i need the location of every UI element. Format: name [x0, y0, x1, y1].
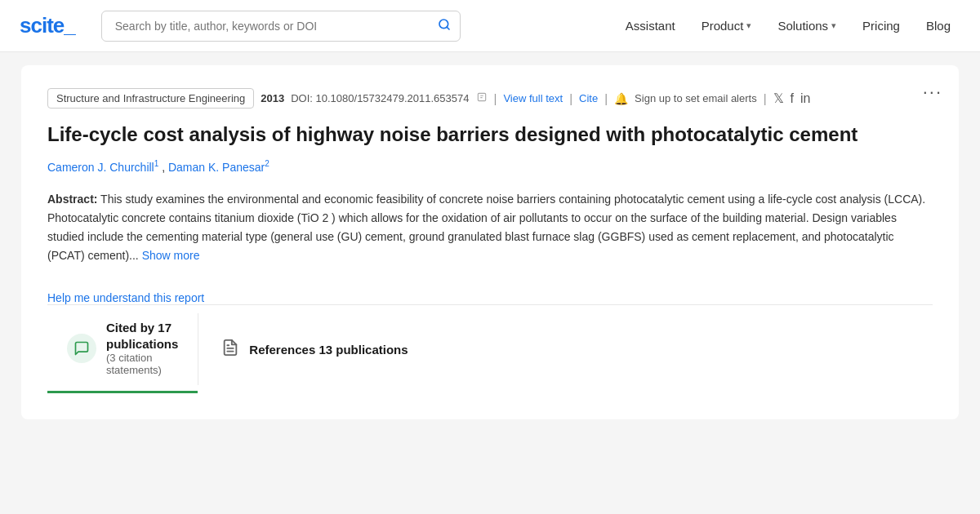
- abstract: Abstract: This study examines the enviro…: [47, 190, 933, 265]
- view-full-text-link[interactable]: View full text: [503, 92, 563, 104]
- help-link[interactable]: Help me understand this report: [47, 291, 204, 304]
- references-tab[interactable]: References 13 publications: [198, 305, 430, 393]
- show-more-link[interactable]: Show more: [142, 249, 200, 262]
- paper-card: ··· Structure and Infrastructure Enginee…: [21, 65, 959, 419]
- signup-label: Sign up to set email alerts: [635, 92, 757, 104]
- more-options-button[interactable]: ···: [923, 82, 942, 103]
- main-content: ··· Structure and Infrastructure Enginee…: [8, 52, 972, 419]
- search-input[interactable]: [101, 11, 461, 42]
- nav-solutions[interactable]: Solutions ▾: [768, 12, 846, 39]
- header: scite_ Assistant Product ▾ Solutions ▾ P…: [0, 0, 980, 52]
- journal-badge: Structure and Infrastructure Engineering: [47, 88, 254, 109]
- nav-blog[interactable]: Blog: [916, 12, 960, 39]
- cited-by-icon: [67, 334, 96, 363]
- search-bar: [101, 11, 461, 42]
- product-chevron-icon: ▾: [746, 20, 751, 31]
- paper-year: 2013: [261, 92, 284, 104]
- nav-product[interactable]: Product ▾: [692, 12, 762, 39]
- separator-1: [476, 91, 488, 105]
- twitter-icon[interactable]: 𝕏: [773, 91, 784, 106]
- nav-assistant[interactable]: Assistant: [616, 12, 685, 39]
- separator-pipe-3: |: [604, 91, 608, 105]
- social-icons: 𝕏 f in: [773, 91, 811, 106]
- separator-pipe-1: |: [494, 91, 497, 105]
- cited-by-text: Cited by 17 publications (3 citation sta…: [106, 320, 178, 376]
- cited-by-tab[interactable]: Cited by 17 publications (3 citation sta…: [47, 305, 198, 393]
- linkedin-icon[interactable]: in: [800, 91, 810, 106]
- cite-link[interactable]: Cite: [579, 92, 598, 104]
- search-icon[interactable]: [438, 18, 451, 34]
- main-nav: Assistant Product ▾ Solutions ▾ Pricing …: [616, 12, 960, 39]
- facebook-icon[interactable]: f: [791, 91, 794, 106]
- svg-line-1: [447, 27, 449, 29]
- site-logo[interactable]: scite_: [20, 13, 75, 38]
- meta-row: Structure and Infrastructure Engineering…: [47, 88, 933, 109]
- separator-pipe-2: |: [569, 91, 572, 105]
- citation-tabs: Cited by 17 publications (3 citation sta…: [47, 304, 933, 393]
- author-1-link[interactable]: Cameron J. Churchill1: [47, 161, 162, 174]
- authors: Cameron J. Churchill1 , Daman K. Panesar…: [47, 159, 933, 174]
- references-label: References 13 publications: [249, 343, 408, 357]
- solutions-chevron-icon: ▾: [831, 20, 836, 31]
- references-icon: [221, 339, 239, 361]
- separator-pipe-4: |: [764, 91, 767, 105]
- paper-doi: DOI: 10.1080/15732479.2011.653574: [291, 92, 469, 104]
- nav-pricing[interactable]: Pricing: [853, 12, 910, 39]
- author-2-link[interactable]: Daman K. Panesar2: [168, 161, 270, 174]
- bell-icon: 🔔: [614, 92, 628, 105]
- paper-title: Life-cycle cost analysis of highway nois…: [47, 122, 933, 148]
